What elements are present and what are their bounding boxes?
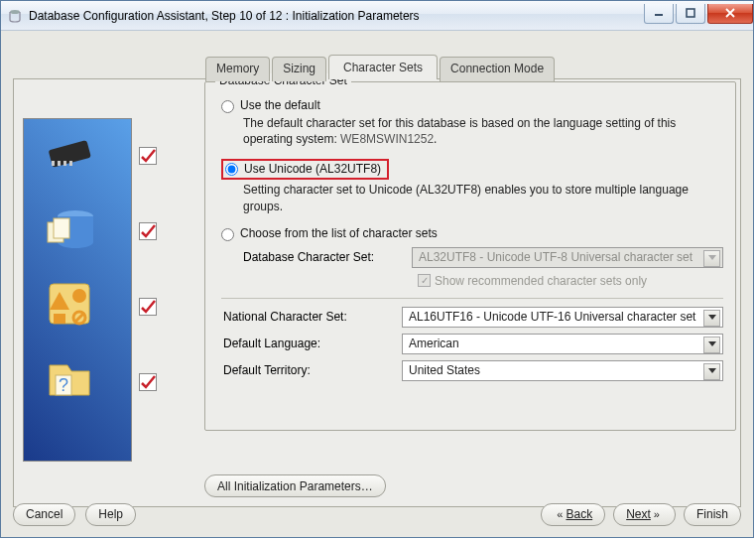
tabs: Memory Sizing Character Sets Connection … [205,57,555,81]
db-charset-label: Database Character Set: [243,250,402,264]
national-section: National Character Set: AL16UTF16 - Unic… [221,307,723,381]
tab-connection-mode[interactable]: Connection Mode [440,57,555,81]
os-charset: WE8MSWIN1252 [340,132,434,146]
sidebar-step-1 [42,125,121,201]
tab-sizing[interactable]: Sizing [272,57,326,81]
radio-use-default-label: Use the default [240,98,320,112]
recommended-only-checkbox: ✓ [418,274,431,287]
chevron-down-icon [708,315,716,320]
back-button[interactable]: «Back [541,503,605,526]
titlebar[interactable]: Database Configuration Assistant, Step 1… [1,1,753,31]
svg-rect-2 [687,9,694,17]
all-params-wrap: All Initialization Parameters… [204,474,386,497]
charset-groupbox: Database Character Set Use the default T… [204,81,736,431]
check-icon [139,373,157,391]
chevron-down-icon [708,341,716,346]
sidebar-step-3 [42,276,121,351]
svg-point-13 [72,289,86,303]
db-charset-select: AL32UTF8 - Unicode UTF-8 Universal chara… [412,247,723,268]
cancel-button[interactable]: Cancel [13,503,75,526]
svg-rect-7 [69,161,72,166]
radio-use-unicode-label: Use Unicode (AL32UTF8) [244,162,381,176]
default-language-select[interactable]: American [402,334,723,354]
default-language-label: Default Language: [223,337,392,350]
window-frame: Database Configuration Assistant, Step 1… [0,0,754,538]
default-language-value: American [409,337,459,350]
content-area: Memory Sizing Character Sets Connection … [1,31,753,537]
radio-choose-list-label: Choose from the list of character sets [240,226,438,240]
chevron-down-icon [708,368,716,373]
window-buttons [644,4,753,24]
finish-button[interactable]: Finish [684,503,741,526]
default-territory-row: Default Territory: United States [223,360,723,381]
svg-text:?: ? [59,375,68,395]
national-charset-select[interactable]: AL16UTF16 - Unicode UTF-16 Universal cha… [402,307,723,328]
back-label: Back [566,507,592,521]
db-charset-row: Database Character Set: AL32UTF8 - Unico… [243,247,723,268]
sidebar-step-4: ? [42,351,121,427]
chevron-down-icon [708,255,716,260]
finish-label: Finish [696,507,728,521]
divider [221,298,723,299]
tab-character-sets[interactable]: Character Sets [328,55,438,79]
next-button[interactable]: Next» [613,503,676,526]
minimize-button[interactable] [644,4,674,24]
use-unicode-desc: Setting character set to Unicode (AL32UT… [243,182,723,213]
recommended-only-row: ✓ Show recommended character sets only [418,274,723,288]
svg-rect-6 [63,161,66,166]
national-charset-row: National Character Set: AL16UTF16 - Unic… [223,307,723,328]
sidebar-step-2 [42,201,121,276]
check-icon [139,222,157,240]
national-charset-label: National Character Set: [223,310,392,324]
default-language-row: Default Language: American [223,334,723,354]
check-icon [139,147,157,165]
back-arrow-icon: « [557,508,563,520]
use-default-desc-pre: The default character set for this datab… [243,116,676,146]
default-territory-value: United States [409,363,480,377]
svg-point-0 [10,10,20,14]
svg-rect-10 [54,218,69,238]
recommended-only-label: Show recommended character sets only [435,274,647,288]
radio-use-default-row: Use the default [221,98,723,113]
help-button[interactable]: Help [85,503,136,526]
maximize-button[interactable] [676,4,705,24]
default-territory-select[interactable]: United States [402,360,723,381]
svg-rect-5 [58,161,61,166]
use-default-desc-post: . [434,132,437,146]
close-button[interactable] [707,4,753,24]
default-territory-label: Default Territory: [223,363,392,377]
window-title: Database Configuration Assistant, Step 1… [29,9,644,23]
radio-choose-list[interactable] [221,228,234,241]
db-charset-value: AL32UTF8 - Unicode UTF-8 Universal chara… [419,250,693,264]
use-default-desc: The default character set for this datab… [243,115,723,147]
tab-memory[interactable]: Memory [205,57,270,81]
check-icon [139,298,157,316]
wizard-sidebar: ? [23,118,132,462]
next-label: Next [626,507,651,521]
app-icon [7,8,23,24]
svg-rect-14 [54,314,65,324]
radio-choose-list-row: Choose from the list of character sets [221,226,723,241]
all-init-params-button[interactable]: All Initialization Parameters… [204,474,386,497]
next-arrow-icon: » [654,508,660,520]
radio-use-unicode[interactable] [225,163,238,176]
svg-rect-4 [52,161,55,166]
unicode-highlight: Use Unicode (AL32UTF8) [221,159,389,180]
national-charset-value: AL16UTF16 - Unicode UTF-16 Universal cha… [409,310,695,324]
radio-use-default[interactable] [221,100,234,113]
radio-use-unicode-row: Use Unicode (AL32UTF8) [221,159,723,180]
svg-rect-1 [655,14,663,16]
bottom-bar: Cancel Help «Back Next» Finish [13,499,741,529]
